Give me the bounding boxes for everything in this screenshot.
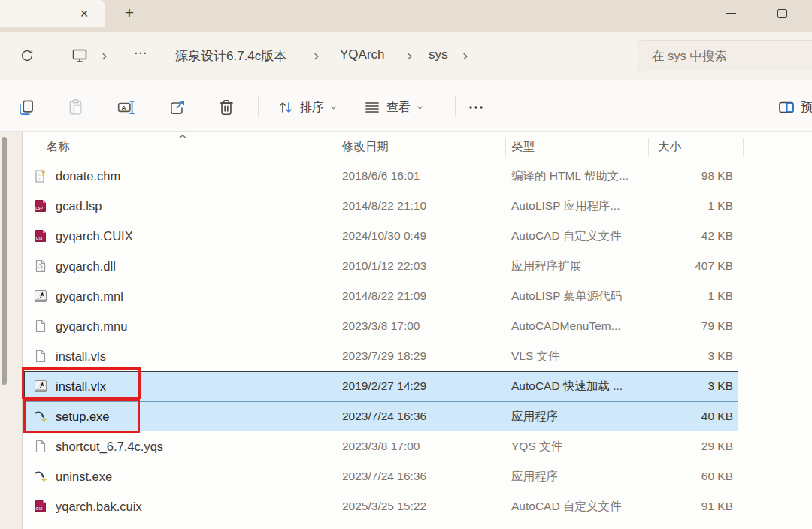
file-name: gyqarch.mnl — [56, 281, 123, 311]
rename-button[interactable]: A — [111, 95, 142, 120]
cuix-file-icon: CUI — [33, 499, 48, 514]
installer-exe-icon — [33, 409, 48, 424]
new-tab-button[interactable]: + — [119, 3, 140, 24]
vlx-arrow-file-icon — [33, 289, 48, 304]
file-date-modified: 2010/1/12 22:03 — [342, 251, 426, 281]
file-size: 91 KB — [645, 491, 733, 521]
svg-text:CUI: CUI — [36, 507, 43, 511]
search-input[interactable] — [652, 41, 802, 71]
paste-button[interactable] — [60, 95, 92, 120]
cuix-file-icon: CUI — [33, 228, 48, 243]
file-row[interactable]: install.vls 2023/7/29 18:29 VLS 文件 3 KB — [23, 341, 812, 371]
file-date-modified: 2019/2/27 14:29 — [342, 371, 426, 401]
file-row[interactable]: shortcut_6.7.4c.yqs 2023/3/8 17:00 YQS 文… — [23, 431, 812, 461]
file-size: 1 KB — [645, 281, 733, 311]
svg-text:?: ? — [41, 168, 46, 177]
toolbar-separator — [455, 96, 456, 117]
file-size: 60 KB — [645, 461, 733, 491]
file-row[interactable]: gyqarch.mnl 2014/8/22 21:09 AutoLISP 菜单源… — [23, 281, 812, 311]
file-row[interactable]: gyqarch.mnu 2023/3/8 17:00 AutoCADMenuTe… — [23, 311, 812, 341]
file-list-panel: 名称 修改日期 类型 大小 ? donate.chm 2018/6/6 16:0… — [23, 132, 812, 529]
file-name: donate.chm — [56, 161, 120, 191]
maximize-icon — [777, 9, 787, 18]
file-date-modified: 2025/3/25 15:22 — [342, 491, 426, 521]
chevron-right-icon — [461, 51, 470, 62]
maximize-button[interactable] — [765, 0, 799, 27]
file-date-modified: 2023/3/8 17:00 — [342, 311, 420, 341]
sort-label: 排序 — [300, 100, 324, 116]
file-type: 应用程序 — [511, 401, 558, 431]
file-row[interactable]: ? donate.chm 2018/6/6 16:01 编译的 HTML 帮助文… — [23, 161, 812, 191]
file-name: gyqarch.mnu — [56, 311, 127, 341]
file-row[interactable]: CUI yqarch.bak.cuix 2025/3/25 15:22 Auto… — [23, 491, 812, 521]
minimize-icon — [726, 13, 736, 14]
refresh-button[interactable] — [18, 45, 36, 66]
file-row[interactable]: uninst.exe 2023/7/24 16:36 应用程序 60 KB — [23, 461, 812, 491]
file-size: 3 KB — [645, 341, 733, 371]
ellipsis-icon — [467, 98, 485, 116]
file-row[interactable]: CUI gyqarch.CUIX 2024/10/30 0:49 AutoCAD… — [23, 221, 812, 251]
chevron-down-icon — [329, 104, 338, 112]
tab-close-icon[interactable]: ✕ — [75, 5, 93, 23]
file-date-modified: 2023/7/29 18:29 — [342, 341, 426, 371]
svg-text:A: A — [122, 104, 126, 111]
file-row[interactable]: install.vlx 2019/2/27 14:29 AutoCAD 快速加载… — [23, 371, 812, 401]
file-size: 407 KB — [645, 251, 733, 281]
toolbar-separator — [258, 96, 259, 117]
view-button[interactable]: 查看 — [363, 95, 424, 120]
location-button[interactable] — [70, 45, 89, 66]
copy-icon — [17, 98, 36, 117]
breadcrumb-segment-sys[interactable]: sys — [429, 47, 448, 62]
more-options-button[interactable] — [460, 95, 492, 120]
monitor-icon — [71, 47, 89, 65]
address-bar: ⋯ 源泉设计6.7.4c版本 YQArch sys — [0, 32, 812, 80]
breadcrumb-overflow-icon[interactable]: ⋯ — [134, 45, 147, 61]
breadcrumb-segment-yqarch[interactable]: YQArch — [340, 47, 385, 62]
dll-file-icon — [33, 258, 48, 274]
file-row[interactable]: setup.exe 2023/7/24 16:36 应用程序 40 KB — [23, 401, 812, 431]
plain-file-icon — [33, 319, 48, 334]
file-name: yqarch.bak.cuix — [56, 491, 142, 521]
file-name: install.vls — [56, 341, 106, 371]
explorer-tab[interactable]: ✕ — [0, 0, 105, 27]
delete-button[interactable] — [211, 95, 242, 120]
file-size: 29 KB — [645, 431, 733, 461]
file-type: AutoLISP 应用程序... — [511, 191, 620, 221]
file-size: 98 KB — [645, 161, 733, 191]
file-row[interactable]: LSP gcad.lsp 2014/8/22 21:10 AutoLISP 应用… — [23, 191, 812, 221]
file-name: uninst.exe — [56, 461, 112, 491]
command-toolbar: A 排序 查看 预 — [0, 80, 812, 132]
file-date-modified: 2023/7/24 16:36 — [342, 461, 426, 491]
file-size: 79 KB — [645, 311, 733, 341]
sort-button[interactable]: 排序 — [277, 95, 338, 120]
file-type: AutoCADMenuTem... — [511, 311, 621, 341]
file-size: 3 KB — [645, 371, 733, 401]
breadcrumb-segment-version[interactable]: 源泉设计6.7.4c版本 — [175, 47, 286, 65]
file-type: AutoCAD 自定义文件 — [511, 221, 621, 251]
sort-arrows-icon — [277, 98, 295, 116]
share-button[interactable] — [162, 95, 193, 120]
preview-pane-button[interactable]: 预 — [777, 95, 812, 120]
file-date-modified: 2018/6/6 16:01 — [342, 161, 420, 191]
view-label: 查看 — [386, 100, 411, 116]
minimize-button[interactable] — [714, 0, 748, 27]
file-type: AutoLISP 菜单源代码 — [511, 281, 622, 311]
file-type: YQS 文件 — [511, 431, 562, 461]
chm-help-file-icon: ? — [33, 168, 48, 183]
search-box[interactable] — [638, 40, 812, 71]
vertical-scrollbar-thumb[interactable] — [2, 137, 7, 385]
file-type: VLS 文件 — [511, 341, 560, 371]
share-icon — [168, 98, 187, 117]
plain-file-icon — [33, 349, 48, 364]
file-date-modified: 2024/10/30 0:49 — [342, 221, 426, 251]
copy-button[interactable] — [11, 95, 42, 120]
file-date-modified: 2023/7/24 16:36 — [342, 401, 426, 431]
file-date-modified: 2023/3/8 17:00 — [342, 431, 420, 461]
preview-pane-icon — [777, 98, 795, 116]
file-explorer-window: ✕ + ⋯ 源泉设计6.7.4c版本 YQArch sys — [0, 0, 812, 529]
file-row[interactable]: gyqarch.dll 2010/1/12 22:03 应用程序扩展 407 K… — [23, 251, 812, 281]
plain-file-icon — [33, 439, 48, 454]
file-type: AutoCAD 快速加载 ... — [511, 371, 623, 401]
chevron-right-icon — [100, 51, 109, 62]
file-type: AutoCAD 自定义文件 — [511, 491, 621, 521]
